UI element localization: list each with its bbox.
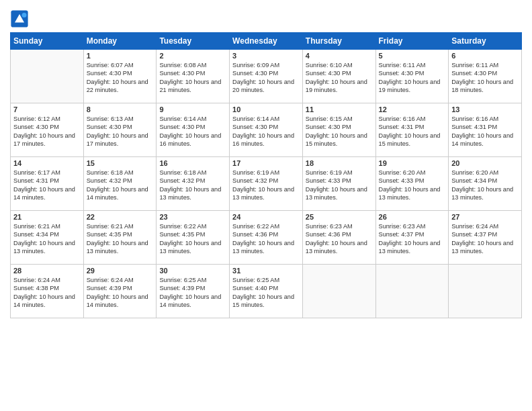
- calendar-day-cell: 27 Sunrise: 6:24 AMSunset: 4:37 PMDaylig…: [449, 211, 522, 265]
- weekday-header: Wednesday: [230, 33, 303, 50]
- day-info: Sunrise: 6:11 AMSunset: 4:30 PMDaylight:…: [451, 61, 519, 95]
- calendar-day-cell: 28 Sunrise: 6:24 AMSunset: 4:38 PMDaylig…: [11, 265, 84, 318]
- day-info: Sunrise: 6:18 AMSunset: 4:32 PMDaylight:…: [159, 169, 226, 202]
- day-number: 31: [232, 267, 300, 275]
- day-number: 24: [232, 213, 300, 221]
- calendar-day-cell: 15 Sunrise: 6:18 AMSunset: 4:32 PMDaylig…: [83, 157, 157, 211]
- calendar-day-cell: 18 Sunrise: 6:19 AMSunset: 4:33 PMDaylig…: [302, 157, 375, 211]
- day-info: Sunrise: 6:24 AMSunset: 4:37 PMDaylight:…: [451, 222, 519, 256]
- day-number: 2: [159, 52, 226, 60]
- day-info: Sunrise: 6:13 AMSunset: 4:30 PMDaylight:…: [87, 115, 154, 148]
- day-number: 11: [306, 105, 373, 113]
- day-number: 27: [451, 213, 519, 221]
- calendar-page: SundayMondayTuesdayWednesdayThursdayFrid…: [0, 0, 532, 411]
- day-number: 5: [379, 52, 446, 60]
- calendar-day-cell: 6 Sunrise: 6:11 AMSunset: 4:30 PMDayligh…: [449, 50, 522, 103]
- calendar-day-cell: 14 Sunrise: 6:17 AMSunset: 4:31 PMDaylig…: [11, 157, 84, 211]
- calendar-day-cell: 4 Sunrise: 6:10 AMSunset: 4:30 PMDayligh…: [302, 50, 375, 103]
- calendar-day-cell: 21 Sunrise: 6:21 AMSunset: 4:34 PMDaylig…: [11, 211, 84, 265]
- calendar-day-cell: 16 Sunrise: 6:18 AMSunset: 4:32 PMDaylig…: [157, 157, 230, 211]
- calendar-day-cell: 26 Sunrise: 6:23 AMSunset: 4:37 PMDaylig…: [375, 211, 449, 265]
- day-number: 12: [379, 105, 446, 113]
- calendar-day-cell: 24 Sunrise: 6:22 AMSunset: 4:36 PMDaylig…: [230, 211, 303, 265]
- calendar-day-cell: 31 Sunrise: 6:25 AMSunset: 4:40 PMDaylig…: [230, 265, 303, 318]
- day-info: Sunrise: 6:20 AMSunset: 4:33 PMDaylight:…: [379, 169, 446, 202]
- calendar-day-cell: 2 Sunrise: 6:08 AMSunset: 4:30 PMDayligh…: [157, 50, 230, 103]
- day-info: Sunrise: 6:25 AMSunset: 4:39 PMDaylight:…: [159, 276, 226, 310]
- calendar-day-cell: 13 Sunrise: 6:16 AMSunset: 4:31 PMDaylig…: [449, 103, 522, 157]
- day-number: 3: [232, 52, 300, 60]
- calendar-day-cell: [302, 265, 375, 318]
- day-info: Sunrise: 6:16 AMSunset: 4:31 PMDaylight:…: [451, 115, 519, 148]
- day-info: Sunrise: 6:11 AMSunset: 4:30 PMDaylight:…: [379, 61, 446, 95]
- weekday-header: Sunday: [11, 33, 84, 50]
- day-info: Sunrise: 6:19 AMSunset: 4:33 PMDaylight:…: [306, 169, 373, 202]
- calendar-day-cell: [11, 50, 84, 103]
- svg-point-2: [22, 13, 27, 17]
- day-info: Sunrise: 6:22 AMSunset: 4:36 PMDaylight:…: [232, 222, 300, 256]
- calendar-day-cell: 29 Sunrise: 6:24 AMSunset: 4:39 PMDaylig…: [83, 265, 157, 318]
- day-info: Sunrise: 6:08 AMSunset: 4:30 PMDaylight:…: [159, 61, 226, 95]
- day-info: Sunrise: 6:16 AMSunset: 4:31 PMDaylight:…: [379, 115, 446, 148]
- day-info: Sunrise: 6:14 AMSunset: 4:30 PMDaylight:…: [232, 115, 300, 148]
- calendar-day-cell: 19 Sunrise: 6:20 AMSunset: 4:33 PMDaylig…: [375, 157, 449, 211]
- day-number: 16: [159, 159, 226, 167]
- calendar-day-cell: [449, 265, 522, 318]
- day-info: Sunrise: 6:25 AMSunset: 4:40 PMDaylight:…: [232, 276, 300, 310]
- calendar-day-cell: 30 Sunrise: 6:25 AMSunset: 4:39 PMDaylig…: [157, 265, 230, 318]
- day-info: Sunrise: 6:15 AMSunset: 4:30 PMDaylight:…: [306, 115, 373, 148]
- calendar-week-row: 14 Sunrise: 6:17 AMSunset: 4:31 PMDaylig…: [11, 157, 522, 211]
- day-number: 15: [87, 159, 154, 167]
- day-info: Sunrise: 6:23 AMSunset: 4:37 PMDaylight:…: [379, 222, 446, 256]
- calendar-day-cell: 8 Sunrise: 6:13 AMSunset: 4:30 PMDayligh…: [83, 103, 157, 157]
- calendar-day-cell: 12 Sunrise: 6:16 AMSunset: 4:31 PMDaylig…: [375, 103, 449, 157]
- day-number: 17: [232, 159, 300, 167]
- calendar-day-cell: 25 Sunrise: 6:23 AMSunset: 4:36 PMDaylig…: [302, 211, 375, 265]
- day-number: 28: [13, 267, 81, 275]
- logo-icon: [10, 9, 29, 28]
- calendar-week-row: 7 Sunrise: 6:12 AMSunset: 4:30 PMDayligh…: [11, 103, 522, 157]
- day-info: Sunrise: 6:24 AMSunset: 4:39 PMDaylight:…: [87, 276, 154, 310]
- day-number: 4: [306, 52, 373, 60]
- day-number: 8: [87, 105, 154, 113]
- calendar-week-row: 21 Sunrise: 6:21 AMSunset: 4:34 PMDaylig…: [11, 211, 522, 265]
- day-info: Sunrise: 6:07 AMSunset: 4:30 PMDaylight:…: [87, 61, 154, 95]
- day-number: 25: [306, 213, 373, 221]
- day-number: 26: [379, 213, 446, 221]
- day-info: Sunrise: 6:10 AMSunset: 4:30 PMDaylight:…: [306, 61, 373, 95]
- day-number: 18: [306, 159, 373, 167]
- calendar-header-row: SundayMondayTuesdayWednesdayThursdayFrid…: [11, 33, 522, 50]
- day-number: 20: [451, 159, 519, 167]
- day-number: 9: [159, 105, 226, 113]
- calendar-day-cell: 20 Sunrise: 6:20 AMSunset: 4:34 PMDaylig…: [449, 157, 522, 211]
- weekday-header: Monday: [83, 33, 157, 50]
- weekday-header: Friday: [375, 33, 449, 50]
- day-number: 1: [87, 52, 154, 60]
- day-number: 19: [379, 159, 446, 167]
- day-info: Sunrise: 6:17 AMSunset: 4:31 PMDaylight:…: [13, 169, 81, 202]
- day-number: 10: [232, 105, 300, 113]
- weekday-header: Thursday: [302, 33, 375, 50]
- weekday-header: Saturday: [449, 33, 522, 50]
- calendar-week-row: 28 Sunrise: 6:24 AMSunset: 4:38 PMDaylig…: [11, 265, 522, 318]
- calendar-day-cell: 1 Sunrise: 6:07 AMSunset: 4:30 PMDayligh…: [83, 50, 157, 103]
- day-number: 7: [13, 105, 81, 113]
- calendar-day-cell: 3 Sunrise: 6:09 AMSunset: 4:30 PMDayligh…: [230, 50, 303, 103]
- calendar-day-cell: 11 Sunrise: 6:15 AMSunset: 4:30 PMDaylig…: [302, 103, 375, 157]
- day-info: Sunrise: 6:18 AMSunset: 4:32 PMDaylight:…: [87, 169, 154, 202]
- day-info: Sunrise: 6:12 AMSunset: 4:30 PMDaylight:…: [13, 115, 81, 148]
- calendar-day-cell: 5 Sunrise: 6:11 AMSunset: 4:30 PMDayligh…: [375, 50, 449, 103]
- day-info: Sunrise: 6:19 AMSunset: 4:32 PMDaylight:…: [232, 169, 300, 202]
- day-number: 6: [451, 52, 519, 60]
- calendar-week-row: 1 Sunrise: 6:07 AMSunset: 4:30 PMDayligh…: [11, 50, 522, 103]
- calendar-table: SundayMondayTuesdayWednesdayThursdayFrid…: [10, 32, 522, 318]
- calendar-day-cell: 23 Sunrise: 6:22 AMSunset: 4:35 PMDaylig…: [157, 211, 230, 265]
- day-number: 23: [159, 213, 226, 221]
- header: [10, 7, 522, 28]
- day-info: Sunrise: 6:22 AMSunset: 4:35 PMDaylight:…: [159, 222, 226, 256]
- day-info: Sunrise: 6:14 AMSunset: 4:30 PMDaylight:…: [159, 115, 226, 148]
- weekday-header: Tuesday: [157, 33, 230, 50]
- day-number: 29: [87, 267, 154, 275]
- day-info: Sunrise: 6:24 AMSunset: 4:38 PMDaylight:…: [13, 276, 81, 310]
- day-number: 13: [451, 105, 519, 113]
